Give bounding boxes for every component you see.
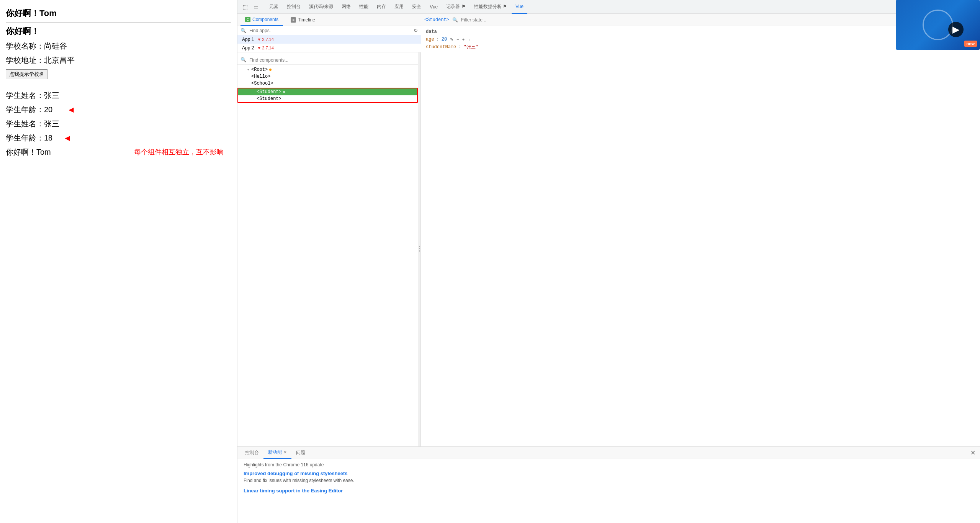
nav-application[interactable]: 应用	[391, 0, 407, 14]
components-icon: C	[245, 17, 250, 22]
tree-school[interactable]: <School>	[237, 80, 418, 87]
arrow-age1-annotation: ◄	[67, 105, 75, 115]
component-tree-area: 🔍 ▾ <Root> <Hello> <S	[237, 52, 421, 446]
tab-issues[interactable]: 问题	[291, 447, 310, 459]
selected-component-tag: <Student>	[424, 17, 449, 23]
version-down-arrow: ▼	[257, 37, 261, 42]
whats-new-close-btn[interactable]: ✕	[283, 450, 287, 455]
nav-perf-insights[interactable]: 性能数据分析 ⚑	[470, 0, 511, 14]
show-school-button[interactable]: 点我提示学校名	[6, 69, 47, 79]
resize-dot-1	[419, 246, 420, 247]
nav-performance[interactable]: 性能	[355, 0, 372, 14]
nav-element[interactable]: 元素	[265, 0, 282, 14]
student-name-colon: :	[458, 44, 461, 50]
tree-student2[interactable]: <Student>	[238, 95, 417, 102]
version2-down-arrow: ▼	[257, 46, 261, 50]
feature-desc-1: Find and fix issues with missing stylesh…	[244, 478, 886, 483]
close-bottom-panel-icon[interactable]: ✕	[969, 449, 977, 456]
app2-version: ▼ 2.7.14	[257, 46, 273, 50]
student2-age: 学生年龄：18 ◄	[6, 133, 231, 143]
state-filter-input[interactable]	[461, 17, 946, 23]
nav-menu: 元素 控制台 源代码/来源 网络 性能 内存 应用 安全 Vue 记录器 ⚑ 性…	[265, 0, 945, 14]
app-item-1[interactable]: App 1 ▼ 2.7.14	[237, 35, 421, 44]
app-item-2[interactable]: App 2 ▼ 2.7.14	[237, 44, 421, 52]
age-key: age	[426, 37, 434, 42]
feature-link-2[interactable]: Linear timing support in the Easing Edit…	[244, 488, 886, 494]
age-more-btn[interactable]: ⋮	[467, 37, 473, 42]
school-name: 学校名称：尚硅谷	[6, 41, 231, 51]
annotation-text: 每个组件相互独立，互不影响	[134, 147, 224, 157]
device-toggle-icon[interactable]: ▭	[251, 2, 260, 11]
root-dot	[269, 69, 272, 71]
nav-memory[interactable]: 内存	[373, 0, 390, 14]
state-search-icon: 🔍	[452, 17, 458, 23]
student-name-key: studentName	[426, 44, 456, 50]
school-addr: 学校地址：北京昌平	[6, 55, 231, 65]
resize-dot-2	[419, 248, 420, 249]
refresh-apps-icon[interactable]: ↻	[414, 28, 418, 33]
find-components-input[interactable]	[249, 57, 415, 63]
student-name-value: "张三"	[463, 44, 478, 50]
student2-name: 学生姓名：张三	[6, 119, 231, 129]
age-colon: :	[437, 37, 439, 42]
feature-link-1[interactable]: Improved debugging of missing stylesheet…	[244, 471, 886, 476]
root-collapse-icon: ▾	[247, 68, 250, 71]
state-row-age: age : 20 ✎ − + ⋮ ◄◄	[426, 36, 975, 43]
nav-vue[interactable]: Vue	[512, 0, 527, 14]
tree-resize-handle[interactable]	[418, 52, 421, 446]
nav-sources[interactable]: 源代码/来源	[305, 0, 337, 14]
tree-student1[interactable]: <Student>	[238, 88, 417, 95]
student1-age: 学生年龄：20 ◄	[6, 105, 231, 115]
arrow-age2-annotation: ◄	[63, 133, 72, 143]
nav-console[interactable]: 控制台	[283, 0, 304, 14]
nav-lighthouse[interactable]: Vue	[426, 0, 442, 14]
vue-state-panel: <Student> 🔍 ⬚ </> ≡ data age : 20	[421, 14, 980, 446]
age-actions: ✎ − + ⋮	[449, 37, 473, 42]
tab-whats-new[interactable]: 新功能 ✕	[263, 447, 291, 459]
nav-security[interactable]: 安全	[408, 0, 425, 14]
school-label: <School>	[251, 81, 273, 86]
devtools-panel: ⬚ ▭ 元素 控制台 源代码/来源 网络 性能 内存 应用 安全 Vue 记录器…	[237, 0, 980, 523]
age-value: 20	[442, 37, 447, 42]
app1-version: ▼ 2.7.14	[257, 37, 273, 42]
vue-tabs: C Components ≡ Timeline	[237, 14, 421, 26]
toolbar-separator	[263, 3, 263, 11]
browser-content: 你好啊！Tom 你好啊！ 学校名称：尚硅谷 学校地址：北京昌平 点我提示学校名 …	[0, 0, 237, 523]
find-apps-search-icon: 🔍	[241, 28, 246, 33]
age-minus-btn[interactable]: −	[456, 37, 460, 42]
resize-dot-3	[419, 250, 420, 252]
timeline-icon: ≡	[291, 17, 296, 23]
devtools-content: C Components ≡ Timeline 🔍 ↻	[237, 14, 980, 446]
find-components-search-icon: 🔍	[241, 57, 246, 63]
state-row-student-name: studentName : "张三"	[426, 43, 975, 51]
bottom-content-wrapper: Highlights from the Chrome 116 update Im…	[244, 462, 974, 494]
title-hello: 你好啊！	[6, 26, 231, 37]
root-label: <Root>	[251, 67, 268, 72]
nav-network[interactable]: 网络	[338, 0, 355, 14]
find-apps-bar: 🔍 ↻	[237, 26, 421, 35]
devtools-toolbar: ⬚ ▭ 元素 控制台 源代码/来源 网络 性能 内存 应用 安全 Vue 记录器…	[237, 0, 980, 14]
bottom-content: Highlights from the Chrome 116 update Im…	[237, 459, 980, 523]
tree-hello[interactable]: <Hello>	[237, 73, 418, 80]
age-edit-btn[interactable]: ✎	[449, 37, 454, 42]
student-box: <Student> <Student>	[237, 88, 418, 103]
student2-tree-label: <Student>	[257, 96, 281, 101]
app-list: App 1 ▼ 2.7.14 App 2 ▼ 2.7.14	[237, 35, 421, 52]
state-section-data: data	[426, 29, 975, 34]
hello-label: <Hello>	[251, 74, 270, 79]
age-plus-btn[interactable]: +	[461, 37, 465, 42]
student1-dot	[283, 91, 285, 93]
tree-root[interactable]: ▾ <Root>	[237, 66, 418, 73]
tab-timeline[interactable]: ≡ Timeline	[286, 14, 320, 26]
nav-recorder[interactable]: 记录器 ⚑	[442, 0, 469, 14]
find-apps-input[interactable]	[249, 28, 411, 33]
bottom-panel: 控制台 新功能 ✕ 问题 ✕ Highlights from the Chrom…	[237, 446, 980, 523]
tab-console[interactable]: 控制台	[241, 447, 263, 459]
find-components-bar: 🔍	[237, 56, 418, 65]
inspect-element-icon[interactable]: ⬚	[241, 2, 250, 11]
bottom-tabs: 控制台 新功能 ✕ 问题 ✕	[237, 447, 980, 459]
chrome-update-title: Highlights from the Chrome 116 update	[244, 462, 886, 467]
student1-name: 学生姓名：张三	[6, 90, 231, 101]
tab-components[interactable]: C Components	[241, 14, 283, 26]
student1-label: <Student>	[257, 89, 281, 95]
